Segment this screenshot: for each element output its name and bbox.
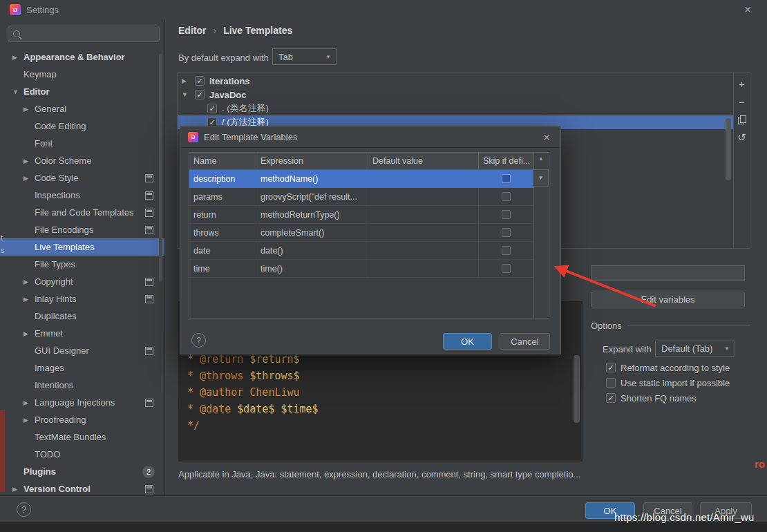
sidebar-item-keymap[interactable]: Keymap [0, 66, 164, 83]
editor-scrollbar[interactable] [574, 355, 580, 423]
column-header-name[interactable]: Name [189, 153, 256, 169]
checkbox[interactable] [502, 192, 511, 201]
sidebar-item-gui-designer[interactable]: GUI Designer [0, 342, 164, 359]
sidebar-item-inspections[interactable]: Inspections [0, 187, 164, 204]
restore-defaults-button[interactable]: ↺ [737, 132, 748, 143]
chevron-right-icon[interactable]: ▶ [23, 106, 35, 113]
chevron-right-icon[interactable]: ▶ [23, 330, 35, 337]
sidebar-item-code-editing[interactable]: Code Editing [0, 117, 164, 135]
checkbox[interactable] [502, 228, 511, 237]
breadcrumb-editor[interactable]: Editor [178, 25, 206, 36]
sidebar-item-file-and-code-templates[interactable]: File and Code Templates [0, 204, 164, 221]
variable-row-return[interactable]: returnmethodReturnType() [189, 206, 533, 224]
dialog-ok-button[interactable]: OK [443, 333, 492, 350]
expand-with-label: Expand with [603, 344, 652, 354]
sidebar-item-file-types[interactable]: File Types [0, 256, 164, 273]
edit-variables-button[interactable]: Edit variables [591, 292, 745, 307]
sidebar-item-font[interactable]: Font [0, 135, 164, 152]
dialog-cancel-button[interactable]: Cancel [500, 333, 550, 350]
template-row-iterations[interactable]: ▶✓iterations [178, 74, 733, 88]
chevron-right-icon[interactable]: ▶ [23, 296, 35, 303]
sidebar-item-label: Copyright [35, 276, 73, 287]
close-icon[interactable]: ✕ [744, 4, 752, 15]
chevron-right-icon[interactable]: ▶ [23, 399, 35, 406]
checkbox[interactable]: ✓ [606, 363, 616, 372]
template-list-scrollbar[interactable] [726, 118, 731, 180]
chevron-right-icon[interactable]: ▶ [12, 54, 23, 61]
option-reformat-according-to-style[interactable]: ✓Reformat according to style [606, 360, 730, 375]
chevron-right-icon[interactable]: ▶ [23, 158, 35, 164]
sidebar-item-intentions[interactable]: Intentions [0, 377, 164, 394]
column-header-skip-if-defi[interactable]: Skip if defi... [479, 153, 533, 169]
chevron-right-icon[interactable]: ▶ [12, 486, 23, 493]
sidebar-item-general[interactable]: ▶General [0, 100, 164, 117]
sidebar-item-version-control[interactable]: ▶Version Control [0, 480, 164, 495]
sidebar-item-language-injections[interactable]: ▶Language Injections [0, 394, 164, 411]
variable-skip-cell [479, 224, 533, 241]
project-settings-icon [145, 226, 153, 234]
chevron-right-icon[interactable]: ▶ [23, 278, 35, 285]
sidebar-item-textmate-bundles[interactable]: TextMate Bundles [0, 428, 164, 446]
column-header-expression[interactable]: Expression [256, 153, 368, 169]
duplicate-template-button[interactable] [737, 114, 748, 125]
add-template-button[interactable]: + [737, 78, 748, 89]
search-box[interactable] [8, 26, 160, 42]
sidebar-item-duplicates[interactable]: Duplicates [0, 307, 164, 325]
sidebar-scrollbar[interactable] [159, 54, 162, 282]
checkbox[interactable]: ✓ [195, 76, 205, 86]
sidebar-item-appearance-behavior[interactable]: ▶Appearance & Behavior [0, 48, 164, 66]
variable-skip-cell [479, 260, 533, 277]
default-expand-select[interactable]: Tab ▼ [272, 48, 337, 65]
chevron-down-icon[interactable]: ▼ [12, 88, 23, 95]
variable-row-time[interactable]: timetime() [189, 260, 533, 278]
option-shorten-fq-names[interactable]: ✓Shorten FQ names [606, 390, 730, 406]
sidebar-item-emmet[interactable]: ▶Emmet [0, 325, 164, 342]
sidebar-item-code-style[interactable]: ▶Code Style [0, 169, 164, 187]
sidebar-item-file-encodings[interactable]: File Encodings [0, 221, 164, 238]
sidebar-item-proofreading[interactable]: ▶Proofreading [0, 411, 164, 428]
sidebar-item-images[interactable]: Images [0, 359, 164, 377]
chevron-down-icon[interactable]: ▼ [182, 91, 191, 98]
remove-template-button[interactable]: − [737, 96, 748, 107]
expression-dropdown-button[interactable]: ▼ [533, 169, 549, 187]
checkbox[interactable] [502, 174, 511, 183]
sidebar-item-editor[interactable]: ▼Editor [0, 83, 164, 100]
sidebar-item-plugins[interactable]: Plugins2 [0, 463, 164, 480]
dialog-title: Edit Template Variables [204, 132, 297, 142]
template-row-item[interactable]: ✓. (类名注释) [178, 102, 733, 115]
variable-row-date[interactable]: datedate() [189, 242, 533, 260]
checkbox[interactable] [502, 264, 511, 273]
dialog-close-icon[interactable]: ✕ [542, 132, 551, 143]
scroll-up-icon[interactable]: ▲ [533, 155, 549, 162]
variable-row-throws[interactable]: throwscompleteSmart() [189, 224, 533, 242]
sidebar-item-label: Font [35, 138, 53, 149]
checkbox[interactable]: ✓ [606, 393, 616, 403]
help-button[interactable]: ? [17, 502, 31, 517]
dialog-help-button[interactable]: ? [191, 333, 206, 348]
sidebar-item-label: Images [35, 363, 64, 373]
description-field[interactable] [591, 265, 745, 281]
sidebar-item-inlay-hints[interactable]: ▶Inlay Hints [0, 290, 164, 307]
background-window-edge [0, 410, 5, 492]
expand-with-select[interactable]: Default (Tab) ▼ [655, 341, 735, 357]
variable-row-description[interactable]: descriptionmethodName() [189, 170, 533, 188]
checkbox[interactable] [502, 246, 511, 255]
column-header-default-value[interactable]: Default value [368, 153, 479, 169]
template-row-javadoc[interactable]: ▼✓JavaDoc [178, 88, 733, 102]
chevron-right-icon[interactable]: ▶ [182, 77, 191, 84]
checkbox[interactable] [502, 210, 511, 219]
checkbox[interactable]: ✓ [195, 90, 205, 99]
variable-row-params[interactable]: paramsgroovyScript("def result... [189, 188, 533, 206]
intellij-logo-icon [10, 4, 21, 15]
checkbox[interactable] [606, 378, 616, 388]
chevron-right-icon[interactable]: ▶ [23, 417, 35, 424]
table-scrollbar[interactable]: ▲ ▼ [533, 152, 549, 319]
chevron-right-icon[interactable]: ▶ [23, 175, 35, 182]
sidebar-item-live-templates[interactable]: Live Templates [0, 238, 164, 256]
checkbox[interactable]: ✓ [207, 104, 217, 113]
sidebar-item-copyright[interactable]: ▶Copyright [0, 273, 164, 290]
sidebar-item-color-scheme[interactable]: ▶Color Scheme [0, 152, 164, 169]
sidebar-item-todo[interactable]: TODO [0, 446, 164, 463]
option-use-static-import-if-possible[interactable]: Use static import if possible [606, 375, 730, 390]
search-input[interactable] [24, 28, 159, 40]
